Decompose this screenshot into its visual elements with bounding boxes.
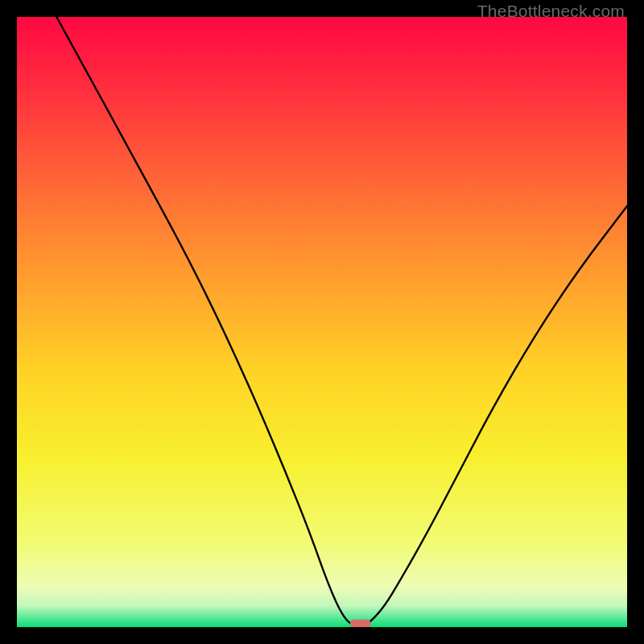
gradient-background <box>17 17 627 627</box>
watermark-text: TheBottleneck.com <box>477 2 625 21</box>
bottleneck-chart <box>17 17 627 627</box>
chart-frame <box>17 17 627 627</box>
optimal-marker <box>350 620 371 627</box>
